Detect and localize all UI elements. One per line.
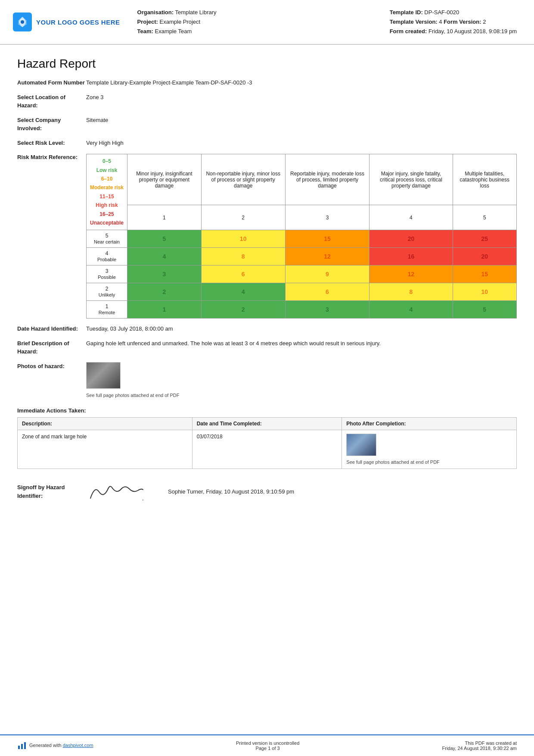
svg-rect-2 [18,746,20,749]
col-num-2: 2 [201,205,285,230]
likelihood-cell: 2Unlikely [87,283,127,301]
select-location-label: Select Location of Hazard: [17,93,86,110]
report-title: Hazard Report [17,57,517,71]
matrix-cell: 12 [369,266,453,283]
footer-right-date: Friday, 24 August 2018, 9:30:22 am [442,746,517,751]
template-id-label: Template ID: [390,9,423,16]
footer-center: Printed version is uncontrolled Page 1 o… [236,740,299,751]
likelihood-cell: 1Remote [87,301,127,319]
low-range: 0–5Low risk [96,158,118,173]
matrix-cell: 12 [285,248,369,266]
matrix-cell: 6 [201,266,285,283]
select-company-value: Sitemate [86,116,517,125]
header-col-left: Organisation: Template Library Project: … [137,8,217,36]
matrix-cell: 8 [369,283,453,301]
matrix-cell: 25 [453,230,517,248]
footer: Generated with dashpivot.com Printed ver… [0,734,534,756]
form-created-label: Form created: [390,28,427,34]
project-row: Project: Example Project [137,17,217,27]
col-header-5: Multiple fatalities, catastrophic busine… [453,154,517,205]
footer-right: This PDF was created at Friday, 24 Augus… [442,740,517,751]
col-header-4: Major injury, single fatality, critical … [369,154,453,205]
automated-form-number-label: Automated Form Number [17,78,86,87]
unacceptable-range: 16–25Unacceptable [90,211,124,226]
date-hazard-value: Tuesday, 03 July 2018, 8:00:00 am [86,325,517,333]
high-range: 11–15High risk [96,194,118,208]
matrix-cell: 15 [285,230,369,248]
matrix-cell: 9 [285,266,369,283]
matrix-cell: 8 [201,248,285,266]
select-risk-label: Select Risk Level: [17,139,86,147]
matrix-cell: 3 [127,266,202,283]
col-header-3: Reportable injury, moderate loss of proc… [285,154,369,205]
risk-matrix-row: Risk Matrix Reference: 0–5Low risk 6–10M… [17,153,517,319]
action-photo: See full page photos attached at end of … [342,430,517,469]
select-location-value: Zone 3 [86,93,517,102]
matrix-cell: 15 [453,266,517,283]
table-row: Zone of and mark large hole03/07/2018See… [18,430,517,469]
date-hazard-label: Date Hazard Identified: [17,325,86,333]
col-num-1: 1 [127,205,202,230]
matrix-cell: 6 [285,283,369,301]
select-risk-value: Very High High [86,139,517,147]
signoff-content: . Sophie Turner, Friday, 10 August 2018,… [86,477,294,507]
template-id-value: DP-SAF-0020 [424,9,459,16]
page: YOUR LOGO GOES HERE Organisation: Templa… [0,0,534,756]
col-header-2: Non-reportable injury, minor loss of pro… [201,154,285,205]
org-label: Organisation: [137,9,174,16]
likelihood-cell: 4Probable [87,248,127,266]
footer-link[interactable]: dashpivot.com [63,743,93,748]
select-company-label: Select Company Involved: [17,116,86,133]
signoff-value: Sophie Turner, Friday, 10 August 2018, 9… [168,488,294,495]
matrix-cell: 20 [369,230,453,248]
actions-col-description: Description: [18,417,192,430]
matrix-cell: 3 [285,301,369,319]
form-created-row: Form created: Friday, 10 August 2018, 9:… [390,27,517,36]
matrix-cell: 4 [369,301,453,319]
photos-value: See full page photos attached at end of … [86,362,517,400]
team-value: Example Team [155,28,192,34]
matrix-cell: 2 [201,301,285,319]
likelihood-cell: 3Possible [87,266,127,283]
matrix-cell: 10 [453,283,517,301]
signoff-row: Signoff by Hazard Identifier: . Sophie T… [17,477,517,507]
photo-thumb [86,362,121,389]
org-value: Template Library [175,9,216,16]
matrix-cell: 4 [127,248,202,266]
brief-description-row: Brief Description of Hazard: Gaping hole… [17,339,517,356]
immediate-actions-title: Immediate Actions Taken: [17,407,517,414]
signature-svg: . [86,477,146,507]
matrix-cell: 5 [127,230,202,248]
svg-point-0 [21,20,24,24]
signoff-label: Signoff by Hazard Identifier: [17,483,86,500]
col-num-5: 5 [453,205,517,230]
brief-description-value: Gaping hole left unfenced and unmarked. … [86,339,517,348]
footer-logo: Generated with dashpivot.com [17,740,93,750]
photos-row: Photos of hazard: See full page photos a… [17,362,517,400]
risk-legend-cell: 0–5Low risk 6–10Moderate risk 11–15High … [87,154,127,230]
photos-caption: See full page photos attached at end of … [86,393,179,398]
col-header-1: Minor injury, insignificant property or … [127,154,202,205]
project-label: Project: [137,19,158,25]
svg-rect-3 [21,744,23,749]
form-created-value: Friday, 10 August 2018, 9:08:19 pm [428,28,517,34]
footer-right-text: This PDF was created at [442,740,517,746]
moderate-range: 6–10Moderate risk [90,176,124,191]
matrix-cell: 5 [453,301,517,319]
content: Hazard Report Automated Form Number Temp… [0,45,534,734]
col-num-4: 4 [369,205,453,230]
footer-generated-text: Generated with dashpivot.com [29,743,93,748]
template-version-label: Template Version: [390,19,438,25]
automated-form-number-row: Automated Form Number Template Library-E… [17,78,517,87]
svg-text:.: . [142,495,144,502]
logo-text: YOUR LOGO GOES HERE [36,19,120,26]
team-label: Team: [137,28,153,34]
action-photo-img [346,434,376,456]
logo-icon [13,12,32,31]
select-location-row: Select Location of Hazard: Zone 3 [17,93,517,110]
footer-uncontrolled: Printed version is uncontrolled [236,740,299,746]
matrix-cell: 2 [127,283,202,301]
matrix-cell: 16 [369,248,453,266]
matrix-cell: 10 [201,230,285,248]
matrix-cell: 20 [453,248,517,266]
